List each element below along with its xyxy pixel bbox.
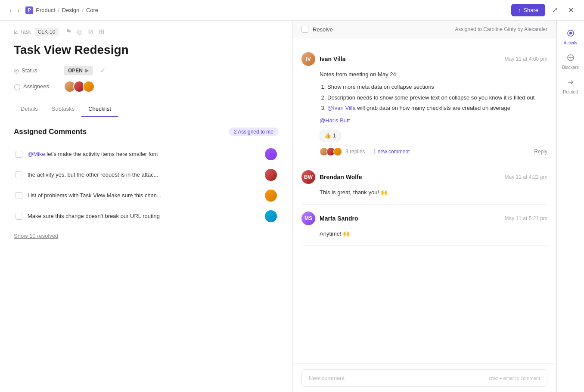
related-icon — [567, 78, 575, 88]
status-check-icon[interactable]: ✓ — [100, 66, 106, 75]
section-title: Assigned Comments — [14, 128, 87, 136]
tag-icon[interactable]: ⊘ — [88, 28, 93, 36]
related-label: Related — [563, 90, 578, 94]
resolve-left: Resolve — [301, 26, 333, 33]
meta-icons: ⚑ ◎ ⊘ ⊞ — [65, 28, 104, 36]
task-type-icon: ☑ — [14, 29, 19, 35]
avatar-brendan: BW — [301, 170, 315, 184]
reply-avatar-3 — [333, 147, 342, 156]
breadcrumb-product[interactable]: Product — [36, 7, 55, 13]
comment-time-ivan: May 11 at 4:00 pm — [505, 56, 547, 62]
comment-block-brendan: BW Brendan Wolfe May 11 at 4:22 pm This … — [301, 163, 547, 205]
share-button[interactable]: ↑ Share — [511, 4, 545, 16]
nav-forward-button[interactable]: › — [15, 5, 22, 16]
comment-author-marta: MS Marta Sandro — [301, 212, 358, 225]
author-name-marta: Marta Sandro — [320, 215, 358, 222]
new-comment-hint: cmd + enter to comment — [489, 376, 540, 381]
checklist-checkbox-3[interactable] — [16, 192, 22, 199]
sidebar-item-blockers[interactable]: Blockers — [559, 50, 582, 73]
expand-button[interactable]: ⤢ — [549, 4, 561, 16]
author-name-ivan: Ivan Villa — [320, 56, 345, 62]
tabs: Details Subtasks Checklist — [14, 101, 279, 117]
replies-info-ivan: 3 replies · 1 new comment — [320, 147, 410, 156]
checklist-text-3: List of problems with Task View Make sur… — [28, 192, 260, 199]
left-panel: ☑ Task CLK-10 ⚑ ◎ ⊘ ⊞ Task View Redesign… — [0, 21, 293, 392]
avatar-ivan: IV — [301, 52, 315, 66]
comment-time-brendan: May 11 at 4:22 pm — [505, 174, 547, 180]
tab-checklist[interactable]: Checklist — [81, 101, 118, 117]
comment-footer-ivan: 3 replies · 1 new comment Reply — [301, 147, 547, 156]
right-sidebar: Activity Blockers Related — [556, 21, 584, 392]
status-badge[interactable]: OPEN ▶ — [64, 66, 93, 75]
checklist-text-2: the activity yes, but the other request … — [28, 171, 260, 178]
resolve-checkbox[interactable] — [301, 26, 308, 33]
comment-author-brendan: BW Brendan Wolfe — [301, 170, 362, 184]
assignees-icon: ◯ — [14, 83, 21, 90]
comment-time-marta: May 11 at 5:21 pm — [505, 215, 547, 221]
task-id-badge[interactable]: CLK-10 — [34, 28, 59, 36]
checklist-checkbox-4[interactable] — [16, 213, 22, 220]
checklist-item: Make sure this change doesn't break our … — [14, 207, 279, 226]
mention-ivan-villa: @Ivan Villa — [327, 105, 356, 111]
assignees-field: ◯ Assignees — [14, 81, 279, 93]
comment-body-brendan: This is great, thank you! 🙌 — [301, 188, 547, 197]
checklist-item: List of problems with Task View Make sur… — [14, 186, 279, 205]
share-label: Share — [523, 7, 538, 13]
target-icon[interactable]: ◎ — [77, 28, 83, 36]
close-button[interactable]: ✕ — [565, 4, 577, 16]
status-label: ◎ Status — [14, 67, 57, 74]
checklist-items: @Mike let's make the activity items here… — [14, 145, 279, 226]
sidebar-item-related[interactable]: Related — [559, 75, 582, 98]
blockers-label: Blockers — [562, 65, 578, 70]
task-title: Task View Redesign — [14, 41, 279, 66]
author-name-brendan: Brendan Wolfe — [320, 174, 362, 180]
show-resolved-link[interactable]: Show 10 resolved — [14, 233, 58, 239]
tab-details[interactable]: Details — [14, 101, 45, 117]
new-comment-bar: New comment cmd + enter to comment — [293, 364, 556, 392]
section-header: Assigned Comments 2 Assigned to me — [14, 128, 279, 136]
checklist-checkbox-1[interactable] — [16, 151, 22, 158]
image-icon[interactable]: ⊞ — [99, 28, 104, 36]
center-panel: Resolve Assigned to Caroline Ginty by Al… — [293, 21, 556, 392]
assigned-badge: 2 Assigned to me — [229, 128, 279, 136]
resolve-bar: Resolve Assigned to Caroline Ginty by Al… — [293, 21, 556, 38]
reaction-emoji: 👍 — [324, 131, 331, 140]
comment-block-marta: MS Marta Sandro May 11 at 5:21 pm Anytim… — [301, 205, 547, 246]
main-layout: ☑ Task CLK-10 ⚑ ◎ ⊘ ⊞ Task View Redesign… — [0, 21, 584, 392]
checklist-avatar-2 — [265, 169, 277, 181]
breadcrumb-design[interactable]: Design — [62, 7, 79, 13]
top-bar-left: ‹ › P Product / Design / Core — [7, 5, 98, 16]
top-bar-right: ↑ Share ⤢ ✕ — [511, 4, 577, 16]
comment-header-brendan: BW Brendan Wolfe May 11 at 4:22 pm — [301, 170, 547, 184]
breadcrumb-core[interactable]: Core — [86, 7, 98, 13]
assignee-avatar-3[interactable] — [83, 81, 95, 93]
task-fields: ◎ Status OPEN ▶ ✓ ◯ Assignees — [14, 66, 279, 101]
mention-haris-butt: @Haris Butt — [320, 117, 350, 124]
share-icon: ↑ — [518, 7, 521, 13]
status-field: ◎ Status OPEN ▶ ✓ — [14, 66, 279, 75]
new-comment-input[interactable]: New comment cmd + enter to comment — [301, 369, 547, 387]
activity-label: Activity — [564, 40, 578, 45]
blockers-icon — [567, 54, 575, 63]
assignee-avatars — [64, 81, 95, 93]
comment-author-ivan: IV Ivan Villa — [301, 52, 345, 66]
reaction-count: 1 — [333, 131, 336, 140]
comment-block-ivan: IV Ivan Villa May 11 at 4:00 pm Notes fr… — [301, 45, 547, 163]
activity-icon — [567, 29, 575, 39]
checklist-item: @Mike let's make the activity items here… — [14, 145, 279, 164]
replies-count: 3 replies — [345, 149, 365, 155]
tab-subtasks[interactable]: Subtasks — [45, 101, 81, 117]
comment-header-marta: MS Marta Sandro May 11 at 5:21 pm — [301, 212, 547, 225]
task-type-label: ☑ Task — [14, 29, 31, 35]
nav-arrows: ‹ › — [7, 5, 22, 16]
sidebar-item-activity[interactable]: Activity — [559, 26, 582, 49]
flag-icon[interactable]: ⚑ — [65, 28, 71, 36]
resolve-label: Resolve — [313, 26, 333, 33]
new-comment-placeholder: New comment — [309, 375, 345, 381]
checklist-checkbox-2[interactable] — [16, 171, 22, 178]
nav-back-button[interactable]: ‹ — [7, 5, 14, 16]
reply-button-ivan[interactable]: Reply — [534, 149, 547, 155]
reaction-thumbsup[interactable]: 👍 1 — [320, 130, 341, 142]
assignees-label: ◯ Assignees — [14, 83, 57, 90]
comment-body-ivan: Notes from meeting on May 24: Show more … — [301, 70, 547, 142]
